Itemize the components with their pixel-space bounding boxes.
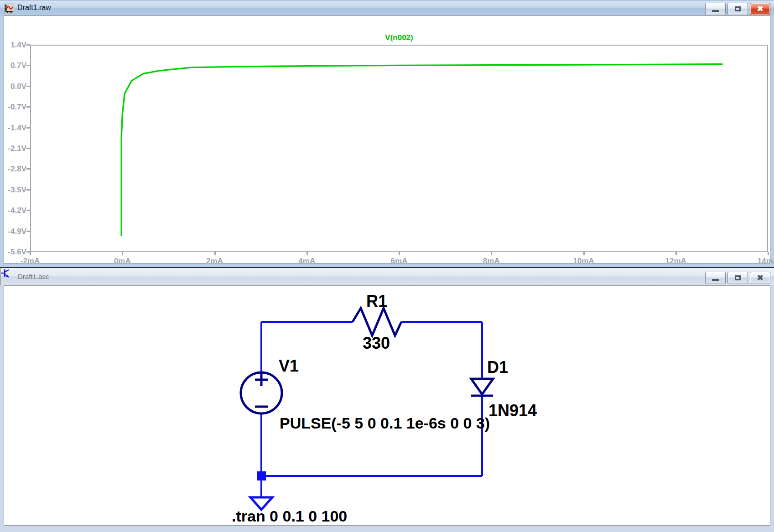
y-tick-label: -1.4V — [2, 124, 26, 133]
trace-curve — [30, 45, 768, 252]
minimize-button[interactable] — [705, 3, 726, 15]
trace-legend[interactable]: V(n002) — [385, 33, 413, 42]
x-tick-mark — [30, 252, 31, 255]
restore-button[interactable] — [727, 3, 748, 15]
x-tick-mark — [583, 252, 585, 255]
schematic-window: Draft1.asc ✖ — [0, 267, 774, 532]
y-tick-mark — [26, 106, 30, 108]
plot-pane[interactable]: V(n002) 1.4V0.7V0.0V-0.7V-1.4V-2.1V-2.8V… — [4, 15, 770, 263]
x-tick-mark — [306, 252, 308, 255]
window-title: Draft1.asc — [18, 273, 49, 280]
x-tick-mark — [768, 252, 769, 255]
schematic-titlebar[interactable]: Draft1.asc ✖ — [0, 268, 774, 285]
x-tick-label: -2mA — [21, 257, 40, 266]
y-tick-mark — [26, 127, 30, 129]
y-tick-label: -3.5V — [2, 186, 26, 195]
source-value-label[interactable]: PULSE(-5 5 0 0.1 1e-6s 0 0 3) — [280, 415, 490, 431]
y-tick-label: -4.2V — [2, 206, 26, 215]
waveform-titlebar[interactable]: Draft1.raw ✖ — [0, 0, 774, 16]
y-tick-label: -0.7V — [2, 103, 26, 112]
x-tick-label: 4mA — [298, 257, 315, 266]
y-tick-label: 1.4V — [2, 41, 26, 50]
close-icon: ✖ — [757, 5, 763, 13]
x-tick-label: 12mA — [665, 257, 686, 266]
x-tick-mark — [491, 252, 492, 255]
restore-button[interactable] — [727, 272, 748, 284]
x-tick-mark — [675, 252, 677, 255]
y-tick-mark — [26, 148, 30, 149]
y-tick-label: -4.9V — [2, 227, 26, 236]
x-tick-label: 0mA — [114, 257, 131, 266]
diode-symbol[interactable] — [471, 379, 493, 396]
spice-directive-label[interactable]: .tran 0 0.1 0 100 — [232, 508, 347, 524]
y-tick-label: -2.8V — [2, 165, 26, 174]
x-tick-mark — [214, 252, 216, 255]
x-tick-mark — [122, 252, 123, 255]
x-tick-label: 2mA — [206, 257, 223, 266]
x-tick-label: 10mA — [573, 257, 594, 266]
y-tick-label: -2.1V — [2, 144, 26, 153]
y-tick-mark — [26, 44, 30, 46]
y-tick-mark — [26, 168, 30, 170]
minimize-icon — [712, 10, 719, 12]
x-tick-label: 14mA — [758, 257, 774, 266]
x-tick-mark — [399, 252, 400, 255]
close-button[interactable]: ✖ — [750, 272, 770, 284]
schematic-app-icon[interactable] — [0, 268, 774, 280]
resistor-value-label[interactable]: 330 — [363, 335, 390, 351]
waveform-window: Draft1.raw ✖ V(n002) 1.4V0.7V0.0V-0.7V-1… — [0, 0, 774, 267]
y-tick-label: -5.6V — [2, 248, 26, 257]
y-tick-mark — [26, 65, 30, 66]
resistor-ref-label[interactable]: R1 — [366, 293, 387, 310]
source-ref-label[interactable]: V1 — [279, 358, 299, 374]
schematic-canvas[interactable]: R1 330 V1 PULSE(-5 5 0 0.1 1e-6s 0 0 3) … — [4, 285, 770, 526]
diode-model-label[interactable]: 1N914 — [488, 403, 537, 419]
y-tick-mark — [26, 231, 30, 232]
y-tick-label: 0.7V — [2, 61, 26, 70]
restore-icon — [735, 6, 741, 11]
junction-node[interactable] — [257, 471, 266, 480]
y-tick-mark — [26, 86, 30, 87]
close-icon: ✖ — [757, 274, 763, 282]
y-tick-mark — [26, 210, 30, 211]
resistor-symbol[interactable] — [353, 308, 401, 336]
diode-ref-label[interactable]: D1 — [487, 359, 508, 376]
y-tick-mark — [26, 189, 30, 191]
minimize-button[interactable] — [705, 272, 726, 284]
window-title: Draft1.raw — [17, 4, 51, 12]
voltage-source-symbol[interactable] — [241, 372, 282, 413]
x-tick-label: 8mA — [483, 257, 500, 266]
x-tick-label: 6mA — [391, 257, 408, 266]
y-tick-label: 0.0V — [2, 82, 26, 91]
close-button[interactable]: ✖ — [750, 3, 770, 15]
minimize-icon — [712, 279, 719, 281]
restore-icon — [735, 275, 741, 280]
waveform-app-icon[interactable] — [5, 4, 14, 13]
